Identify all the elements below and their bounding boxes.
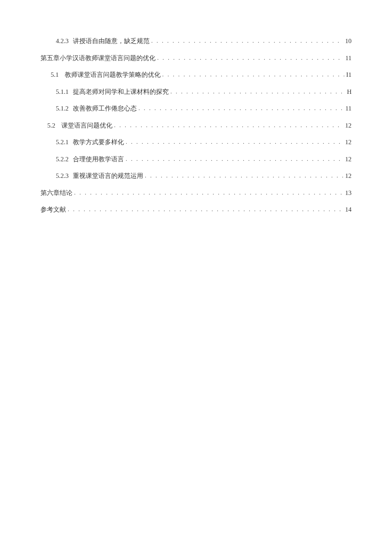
toc-page-number: 12 [345,171,352,181]
toc-title: 课堂语言问题优化 [61,122,112,129]
toc-number: 5.2.2 [56,156,69,163]
toc-entry: 5.1.1提高老师对同学和上课材料的探究. . . . . . . . . . … [40,87,352,97]
toc-label: 5.1.2改善教师工作倦怠心态 [56,104,137,113]
toc-leader-dots: . . . . . . . . . . . . . . . . . . . . … [170,87,345,96]
toc-leader-dots: . . . . . . . . . . . . . . . . . . . . … [145,171,343,180]
toc-label: 5.1教师课堂语言问题教学策略的优化 [51,70,161,80]
toc-page-number: I1 [346,70,352,80]
toc-entry: 第六章结论. . . . . . . . . . . . . . . . . .… [40,188,352,198]
toc-entry: 4.2.3讲授语自由随意，缺乏规范. . . . . . . . . . . .… [40,36,352,46]
toc-page-number: H [347,87,352,97]
toc-leader-dots: . . . . . . . . . . . . . . . . . . . . … [138,104,344,113]
toc-entry: 5.1教师课堂语言问题教学策略的优化. . . . . . . . . . . … [40,70,352,80]
toc-leader-dots: . . . . . . . . . . . . . . . . . . . . … [74,189,343,197]
toc-label: 4.2.3讲授语自由随意，缺乏规范 [56,36,150,46]
toc-leader-dots: . . . . . . . . . . . . . . . . . . . . … [126,138,343,146]
toc-leader-dots: . . . . . . . . . . . . . . . . . . . . … [114,121,343,130]
toc-title: 提高老师对同学和上课材料的探究 [73,88,169,95]
toc-entry: 5.1.2改善教师工作倦怠心态. . . . . . . . . . . . .… [40,104,352,113]
toc-number: 5.1.1 [56,88,69,95]
toc-entry: 5.2.2合理使用教学语言. . . . . . . . . . . . . .… [40,154,352,164]
toc-page-number: 13 [345,188,352,198]
toc-entry: 参考文献. . . . . . . . . . . . . . . . . . … [40,205,352,215]
toc-page-number: 14 [345,205,352,215]
toc-page-number: 12 [345,137,352,147]
toc-label: 第五章小学汉语教师课堂语言问题的优化 [40,53,156,63]
toc-entry: 5.2.3重视课堂语言的规范运用. . . . . . . . . . . . … [40,171,352,181]
toc-entry: 5.2课堂语言问题优化. . . . . . . . . . . . . . .… [40,121,352,131]
toc-title: 参考文献 [40,206,66,213]
toc-leader-dots: . . . . . . . . . . . . . . . . . . . . … [126,155,343,163]
toc-label: 第六章结论 [40,188,72,198]
toc-number: 5.2 [47,122,55,129]
toc-leader-dots: . . . . . . . . . . . . . . . . . . . . … [151,37,343,45]
toc-entry: 第五章小学汉语教师课堂语言问题的优化. . . . . . . . . . . … [40,53,352,63]
toc-label: 5.2课堂语言问题优化 [47,121,112,131]
toc-title: 合理使用教学语言 [73,156,124,163]
toc-leader-dots: . . . . . . . . . . . . . . . . . . . . … [162,70,345,79]
toc-title: 讲授语自由随意，缺乏规范 [73,38,150,44]
toc-page-number: 12 [345,154,352,164]
toc-title: 第五章小学汉语教师课堂语言问题的优化 [40,55,156,61]
toc-number: 4.2.3 [56,38,69,44]
toc-title: 教师课堂语言问题教学策略的优化 [65,71,161,78]
toc-page-number: 10 [345,36,352,46]
toc-label: 参考文献 [40,205,66,215]
table-of-contents: 4.2.3讲授语自由随意，缺乏规范. . . . . . . . . . . .… [40,36,352,215]
toc-number: 5.2.3 [56,172,69,179]
toc-label: 5.2.3重视课堂语言的规范运用 [56,171,143,181]
toc-leader-dots: . . . . . . . . . . . . . . . . . . . . … [68,205,343,214]
toc-number: 5.1.2 [56,105,69,112]
toc-title: 教学方式要多样化 [73,139,124,145]
toc-number: 5.1 [51,71,59,78]
toc-title: 重视课堂语言的规范运用 [73,172,143,179]
toc-page-number: 11 [346,53,352,63]
toc-leader-dots: . . . . . . . . . . . . . . . . . . . . … [157,54,344,62]
toc-label: 5.1.1提高老师对同学和上课材料的探究 [56,87,169,97]
toc-label: 5.2.1教学方式要多样化 [56,137,124,147]
toc-title: 改善教师工作倦怠心态 [73,105,137,112]
toc-title: 第六章结论 [40,189,72,196]
toc-entry: 5.2.1教学方式要多样化. . . . . . . . . . . . . .… [40,137,352,147]
toc-number: 5.2.1 [56,139,69,145]
toc-page-number: 11 [346,104,352,113]
toc-page-number: 12 [345,121,352,131]
toc-label: 5.2.2合理使用教学语言 [56,154,124,164]
